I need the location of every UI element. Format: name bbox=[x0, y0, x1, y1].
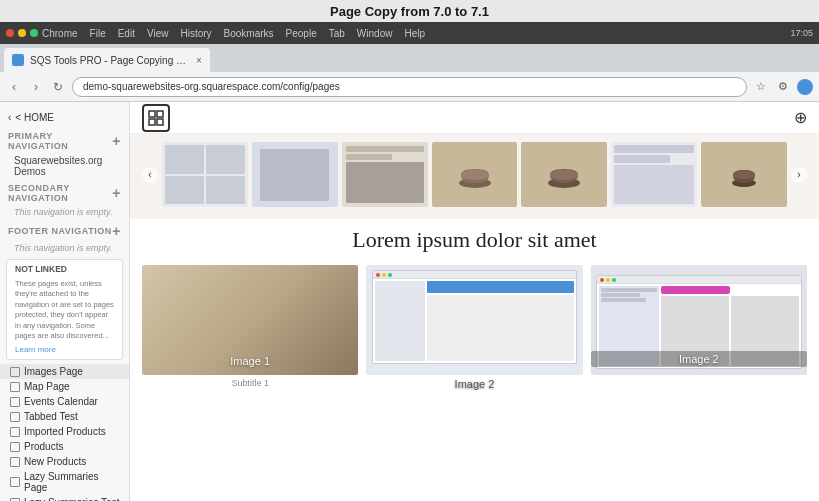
footer-nav-label: FOOTER NAVIGATION bbox=[8, 226, 112, 236]
menu-tab[interactable]: Tab bbox=[329, 28, 345, 39]
menu-view[interactable]: View bbox=[147, 28, 169, 39]
gallery-thumb-5[interactable] bbox=[611, 142, 697, 207]
sidebar-item-products[interactable]: Products bbox=[0, 439, 129, 454]
secondary-nav-add-btn[interactable]: + bbox=[112, 185, 121, 201]
reload-button[interactable]: ↻ bbox=[50, 79, 66, 95]
tab-close-btn[interactable]: × bbox=[196, 55, 202, 66]
page-icon bbox=[10, 382, 20, 392]
sidebar-page-label: Products bbox=[24, 441, 63, 452]
address-bar-row: ‹ › ↻ ☆ ⚙ bbox=[0, 72, 819, 102]
sidebar-item-events[interactable]: Events Calendar bbox=[0, 394, 129, 409]
main-panel: ⊕ ‹ bbox=[130, 102, 819, 501]
col3-overlay: Image 2 bbox=[591, 351, 807, 367]
gallery-thumb-3[interactable] bbox=[342, 142, 428, 207]
page-icon bbox=[10, 427, 20, 437]
primary-nav-header: PRIMARY NAVIGATION + bbox=[0, 127, 129, 153]
page-icon bbox=[10, 498, 20, 501]
footer-nav-header: FOOTER NAVIGATION + bbox=[0, 219, 129, 241]
not-linked-section: NOT LINKED These pages exist, unless the… bbox=[6, 259, 123, 360]
bookmark-icon[interactable]: ☆ bbox=[753, 79, 769, 95]
browser-menu-bar: Chrome File Edit View History Bookmarks … bbox=[42, 28, 786, 39]
gallery-thumb-bowl-2[interactable] bbox=[521, 142, 607, 207]
page-icon bbox=[10, 412, 20, 422]
content-area: ‹ < HOME PRIMARY NAVIGATION + Squarewebs… bbox=[0, 102, 819, 501]
sidebar-item-tabbed-test[interactable]: Tabbed Test bbox=[0, 409, 129, 424]
title-bar: Page Copy from 7.0 to 7.1 bbox=[0, 0, 819, 22]
menu-help[interactable]: Help bbox=[404, 28, 425, 39]
menu-file[interactable]: File bbox=[90, 28, 106, 39]
home-link-label: < HOME bbox=[15, 112, 54, 123]
two-col-section: Image 1 Subtitle 1 bbox=[130, 265, 819, 398]
gallery-images bbox=[162, 142, 787, 207]
page-icon bbox=[10, 442, 20, 452]
content-col-3: Image 2 bbox=[591, 265, 807, 390]
hero-heading: Lorem ipsum dolor sit amet bbox=[146, 227, 803, 253]
window-maximize-btn[interactable] bbox=[30, 29, 38, 37]
gallery-thumb-bowl-1[interactable] bbox=[432, 142, 518, 207]
footer-nav-add-btn[interactable]: + bbox=[112, 223, 121, 239]
system-time: 17:05 bbox=[790, 28, 813, 38]
sidebar-item-lazy-summaries-test[interactable]: Lazy Summaries Test bbox=[0, 495, 129, 501]
svg-point-9 bbox=[733, 171, 755, 179]
sidebar-item-map-page[interactable]: Map Page bbox=[0, 379, 129, 394]
cart-icon[interactable]: ⊕ bbox=[794, 108, 807, 127]
col1-label: Image 1 bbox=[142, 355, 358, 367]
sidebar-item-imported-products[interactable]: Imported Products bbox=[0, 424, 129, 439]
sidebar: ‹ < HOME PRIMARY NAVIGATION + Squarewebs… bbox=[0, 102, 130, 501]
sidebar-item-lazy-summaries-page[interactable]: Lazy Summaries Page bbox=[0, 469, 129, 495]
not-linked-label: NOT LINKED bbox=[15, 264, 114, 276]
col3-image[interactable]: Image 2 bbox=[591, 265, 807, 375]
tab-favicon bbox=[12, 54, 24, 66]
sidebar-item-new-products[interactable]: New Products bbox=[0, 454, 129, 469]
svg-rect-2 bbox=[149, 119, 155, 125]
col1-subtitle: Subtitle 1 bbox=[142, 378, 358, 388]
svg-point-7 bbox=[550, 170, 578, 180]
not-linked-desc: These pages exist, unless they're attach… bbox=[15, 279, 114, 342]
menu-chrome[interactable]: Chrome bbox=[42, 28, 78, 39]
sidebar-home-link[interactable]: ‹ < HOME bbox=[0, 108, 129, 127]
menu-history[interactable]: History bbox=[180, 28, 211, 39]
menu-edit[interactable]: Edit bbox=[118, 28, 135, 39]
sidebar-page-label: Lazy Summaries Page bbox=[24, 471, 121, 493]
extensions-icon[interactable]: ⚙ bbox=[775, 79, 791, 95]
sidebar-page-label: Map Page bbox=[24, 381, 70, 392]
gallery-next-btn[interactable]: › bbox=[791, 167, 807, 183]
window-close-btn[interactable] bbox=[6, 29, 14, 37]
sidebar-item-squarespace-demo[interactable]: Squarewebsites.org Demos bbox=[0, 153, 129, 179]
gallery-area: ‹ bbox=[130, 134, 819, 219]
forward-button[interactable]: › bbox=[28, 79, 44, 95]
col1-image[interactable]: Image 1 bbox=[142, 265, 358, 375]
sidebar-page-label: New Products bbox=[24, 456, 86, 467]
page-icon bbox=[10, 397, 20, 407]
sidebar-page-label: Images Page bbox=[24, 366, 83, 377]
secondary-nav-empty: This navigation is empty. bbox=[0, 205, 129, 219]
gallery-thumb-2[interactable] bbox=[252, 142, 338, 207]
menu-window[interactable]: Window bbox=[357, 28, 393, 39]
page-icon bbox=[10, 457, 20, 467]
profile-icon[interactable] bbox=[797, 79, 813, 95]
svg-rect-0 bbox=[149, 111, 155, 117]
svg-point-5 bbox=[461, 170, 489, 180]
browser-topbar: Chrome File Edit View History Bookmarks … bbox=[0, 22, 819, 44]
primary-nav-add-btn[interactable]: + bbox=[112, 133, 121, 149]
learn-more-link[interactable]: Learn more bbox=[15, 344, 114, 355]
page-icon bbox=[10, 367, 20, 377]
page-icon bbox=[10, 477, 20, 487]
footer-nav-empty: This navigation is empty. bbox=[0, 241, 129, 255]
tab-label: SQS Tools PRO - Page Copying Squarespace… bbox=[30, 55, 190, 66]
sidebar-item-images-page[interactable]: Images Page bbox=[0, 364, 129, 379]
back-button[interactable]: ‹ bbox=[6, 79, 22, 95]
window-minimize-btn[interactable] bbox=[18, 29, 26, 37]
address-input[interactable] bbox=[72, 77, 747, 97]
col2-label: Image 2 bbox=[366, 378, 582, 390]
gallery-prev-btn[interactable]: ‹ bbox=[142, 167, 158, 183]
col2-image[interactable] bbox=[366, 265, 582, 375]
menu-bookmarks[interactable]: Bookmarks bbox=[224, 28, 274, 39]
sidebar-page-label: Events Calendar bbox=[24, 396, 98, 407]
menu-people[interactable]: People bbox=[286, 28, 317, 39]
gallery-thumb-1[interactable] bbox=[162, 142, 248, 207]
active-tab[interactable]: SQS Tools PRO - Page Copying Squarespace… bbox=[4, 48, 210, 72]
gallery-thumb-bowl-3[interactable] bbox=[701, 142, 787, 207]
sidebar-page-label: Tabbed Test bbox=[24, 411, 78, 422]
svg-rect-3 bbox=[157, 119, 163, 125]
